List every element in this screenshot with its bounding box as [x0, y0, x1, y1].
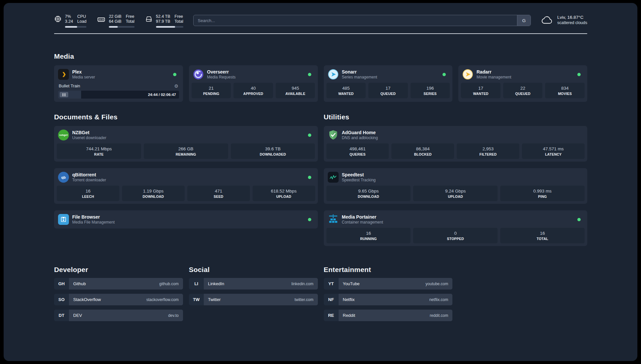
- bookmark-name: Netflix: [343, 297, 355, 302]
- bookmark-twitter[interactable]: TW Twitter twitter.com: [189, 294, 318, 305]
- bookmark-dev[interactable]: DT DEV dev.to: [54, 310, 183, 321]
- stat-rate: 744.21 Mbps RATE: [57, 143, 141, 159]
- section-title-social: Social: [189, 266, 318, 274]
- stat-value: 196: [412, 85, 449, 91]
- free-label: Free: [126, 14, 134, 19]
- topbar: 7% 3.24 CPU Load: [54, 14, 587, 28]
- service-card-plex[interactable]: Plex Media server Bullet Train ⚙: [54, 65, 183, 102]
- service-stats: 21 PENDING 40 APPROVED 945 AVAILABLE: [192, 83, 315, 98]
- disk-labels: Free Total: [174, 14, 183, 24]
- bookmark-abbr: RE: [324, 310, 339, 321]
- nzbget-icon: nzbget: [58, 130, 69, 140]
- cpu-labels: CPU Load: [77, 14, 86, 24]
- search-provider-button[interactable]: G: [517, 15, 531, 26]
- memory-total-value: 64 GiB: [109, 19, 121, 24]
- stat-label: SERIES: [412, 91, 449, 96]
- stat-label: REMAINING: [145, 152, 227, 157]
- bookmark-netflix[interactable]: NF Netflix netflix.com: [324, 294, 453, 305]
- service-card-overseerr[interactable]: Overseerr Media Requests 21 PENDING 40 A…: [189, 65, 318, 102]
- stat-value: 744.21 Mbps: [58, 146, 140, 152]
- bookmark-abbr: NF: [324, 294, 339, 305]
- stat-filtered: 2,953 FILTERED: [457, 143, 519, 159]
- stat-upload: 618.52 Mbps UPLOAD: [253, 186, 315, 201]
- stat-label: STOPPED: [414, 236, 496, 241]
- search-input[interactable]: [194, 15, 517, 26]
- stat-label: DOWNLOADED: [232, 152, 314, 157]
- service-card-sonarr[interactable]: Sonarr Series management 485 WANTED 17 Q…: [324, 65, 453, 102]
- service-description: Usenet downloader: [72, 136, 106, 140]
- stat-label: DOWNLOAD: [123, 194, 183, 199]
- weather-widget: Lviv, 16.87°C scattered clouds: [541, 15, 587, 25]
- stat-queries: 498,461 QUERIES: [326, 143, 389, 159]
- service-stats: 9.65 Gbps DOWNLOAD 9.24 Gbps UPLOAD 0.99…: [326, 186, 585, 201]
- service-header: nzbget NZBGet Usenet downloader: [57, 129, 315, 143]
- service-card-filebrowser[interactable]: File Browser Media File Management: [54, 210, 318, 228]
- bookmark-reddit[interactable]: RE Reddit reddit.com: [324, 310, 453, 321]
- service-card-portainer[interactable]: Media Portainer Container management 16 …: [324, 210, 588, 246]
- service-card-radarr[interactable]: Radarr Movie management 17 WANTED 22 QUE…: [458, 65, 587, 102]
- bookmark-linkedin[interactable]: LI LinkedIn linkedin.com: [189, 278, 318, 289]
- service-header: Plex Media server: [57, 68, 180, 83]
- utilities-column: Utilities AdGuard Home DNS and adblockin…: [324, 113, 588, 246]
- service-header: Radarr Movie management: [461, 68, 585, 83]
- gear-icon[interactable]: ⚙: [174, 84, 178, 88]
- service-description: Series management: [342, 75, 377, 80]
- bookmark-github[interactable]: GH Github github.com: [54, 278, 183, 289]
- service-name: NZBGet: [72, 130, 106, 136]
- stat-label: QUEUED: [370, 91, 407, 96]
- service-card-qbittorrent[interactable]: qb qBittorrent Torrent downloader 16 LEE…: [54, 168, 318, 204]
- stat-wanted: 485 WANTED: [326, 83, 366, 98]
- stat-blocked: 86,384 BLOCKED: [391, 143, 454, 159]
- stat-label: QUERIES: [328, 152, 388, 157]
- search-bar: G: [193, 15, 531, 26]
- service-name: Sonarr: [342, 69, 377, 75]
- stat-available: 945 AVAILABLE: [276, 83, 315, 98]
- weather-condition: scattered clouds: [557, 20, 587, 25]
- bookmark-name: Github: [73, 281, 86, 286]
- stat-downloaded: 39.6 TB DOWNLOADED: [231, 143, 315, 159]
- stat-queued: 22 QUEUED: [503, 83, 543, 98]
- stat-value: 498,461: [328, 146, 388, 152]
- service-card-adguard[interactable]: AdGuard Home DNS and adblocking 498,461 …: [324, 126, 588, 162]
- bookmark-url: twitter.com: [294, 297, 313, 302]
- service-header: Sonarr Series management: [326, 68, 450, 83]
- service-header: Overseerr Media Requests: [192, 68, 315, 83]
- stat-label: PENDING: [193, 91, 230, 96]
- stat-value: 618.52 Mbps: [254, 188, 314, 194]
- service-name: AdGuard Home: [342, 130, 378, 136]
- stat-queued: 17 QUEUED: [368, 83, 408, 98]
- service-name: Overseerr: [207, 69, 236, 75]
- plex-now-playing-widget: Bullet Train ⚙ 24:44 / 02:06:47: [57, 83, 180, 99]
- speedtest-icon: [328, 172, 339, 183]
- stat-value: 17: [462, 85, 499, 91]
- stat-label: PING: [502, 194, 583, 199]
- stat-ping: 0.993 ms PING: [500, 186, 585, 201]
- cloud-icon: [541, 15, 553, 25]
- bookmark-url: netflix.com: [429, 297, 448, 302]
- status-dot: [577, 218, 581, 221]
- service-card-nzbget[interactable]: nzbget NZBGet Usenet downloader 744.21 M…: [54, 126, 318, 162]
- radarr-icon: [462, 69, 473, 80]
- memory-free-value: 22 GiB: [109, 14, 121, 19]
- status-dot: [308, 134, 311, 137]
- status-dot: [308, 176, 311, 179]
- playback-progress-bar[interactable]: 24:44 / 02:06:47: [58, 91, 179, 99]
- free-label: Free: [174, 14, 183, 19]
- service-stats: 16 RUNNING 0 STOPPED 16 TOTAL: [326, 228, 585, 243]
- bookmark-abbr: LI: [189, 278, 204, 289]
- bookmark-youtube[interactable]: YT YouTube youtube.com: [324, 278, 453, 289]
- bookmark-name: DEV: [73, 313, 82, 318]
- stat-value: 0.993 ms: [502, 188, 583, 194]
- service-stats: 16 LEECH 1.19 Gbps DOWNLOAD 471 SEED: [57, 186, 315, 201]
- stat-value: 16: [328, 230, 410, 236]
- stat-value: 0: [414, 230, 496, 236]
- service-description: Movie management: [476, 75, 511, 80]
- stat-stopped: 0 STOPPED: [413, 228, 498, 243]
- bookmark-stackoverflow[interactable]: SO StackOverflow stackoverflow.com: [54, 294, 183, 305]
- adguard-icon: [328, 130, 339, 140]
- service-header: Speedtest Speedtest Tracking: [326, 171, 585, 186]
- pause-button[interactable]: [60, 92, 68, 97]
- service-header: File Browser Media File Management: [57, 213, 315, 226]
- memory-icon: [97, 15, 106, 24]
- service-card-speedtest[interactable]: Speedtest Speedtest Tracking 9.65 Gbps D…: [324, 168, 588, 204]
